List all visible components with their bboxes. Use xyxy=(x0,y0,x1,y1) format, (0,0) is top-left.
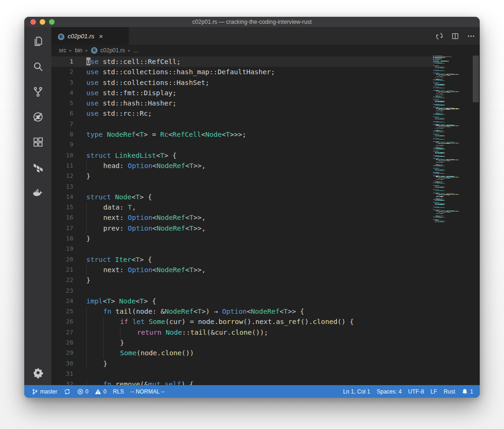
status-item-error[interactable]: 0 xyxy=(77,388,89,395)
breadcrumb-item[interactable]: Rc02p01.rs xyxy=(91,47,125,54)
code-line-text: fn remove(&mut self) { xyxy=(73,379,193,385)
code-line-text: struct LinkedList<T> { xyxy=(73,150,176,161)
line-number[interactable]: 15 xyxy=(51,202,73,212)
status-item[interactable]: Rust xyxy=(444,388,455,395)
line-number[interactable]: 31 xyxy=(51,369,73,379)
line-number[interactable]: 13 xyxy=(51,182,73,192)
line-number[interactable]: 10 xyxy=(51,150,73,161)
extensions-icon[interactable] xyxy=(31,135,44,148)
code-line-text: } xyxy=(73,359,107,369)
line-number[interactable]: 24 xyxy=(51,296,73,306)
status-item-label: RLS xyxy=(113,388,124,395)
warning-icon xyxy=(95,388,101,395)
scrollbar[interactable] xyxy=(472,56,480,385)
tab-c02p01[interactable]: R c02p01.rs × xyxy=(51,27,129,45)
open-changes-icon[interactable] xyxy=(435,32,443,40)
line-number[interactable]: 23 xyxy=(51,286,73,296)
status-item[interactable]: RLS xyxy=(113,388,124,395)
more-actions-icon[interactable] xyxy=(467,32,475,40)
code-line-text: } xyxy=(73,171,91,181)
status-item-sync[interactable] xyxy=(64,388,70,395)
rust-file-icon: R xyxy=(58,32,64,40)
code-line: 21next: Option<NodeRef<T>>, xyxy=(51,265,433,275)
status-item-label: 0 xyxy=(85,388,89,395)
status-item[interactable]: LF xyxy=(431,388,437,395)
code-line: 31 xyxy=(51,369,433,379)
status-item-warning[interactable]: 0 xyxy=(95,388,106,395)
status-item[interactable]: UTF-8 xyxy=(408,388,424,395)
code-line-text: struct Node<T> { xyxy=(73,192,152,202)
code-line: 29Some(node.clone()) xyxy=(51,348,433,358)
line-number[interactable]: 29 xyxy=(51,348,73,358)
split-editor-icon[interactable] xyxy=(451,32,459,40)
line-number[interactable]: 20 xyxy=(51,254,73,265)
minimize-window-button[interactable] xyxy=(40,19,45,25)
settings-gear-icon[interactable] xyxy=(31,366,44,379)
breadcrumb-item[interactable]: src xyxy=(59,47,66,54)
source-control-icon[interactable] xyxy=(31,85,44,98)
code-line-text: use std::rc::Rc; xyxy=(73,108,152,119)
code-line: 28} xyxy=(51,338,433,348)
status-item-label: Spaces: 4 xyxy=(377,388,401,395)
breadcrumb-item[interactable]: ... xyxy=(133,47,138,54)
line-number[interactable]: 28 xyxy=(51,338,73,348)
status-item[interactable]: Spaces: 4 xyxy=(377,388,401,395)
status-item[interactable]: -- NORMAL -- xyxy=(130,388,165,395)
breadcrumb-chevron-icon: ▸ xyxy=(86,48,88,53)
code-line-text xyxy=(73,286,86,296)
debug-icon[interactable] xyxy=(31,110,44,123)
line-number[interactable]: 8 xyxy=(51,129,73,140)
code-line-text: type NodeRef<T> = Rc<RefCell<Node<T>>>; xyxy=(73,129,246,140)
code-line-text: next: Option<NodeRef<T>>, xyxy=(73,265,206,275)
status-item-bell[interactable]: 1 xyxy=(462,388,473,395)
breadcrumb-chevron-icon: ▸ xyxy=(70,48,72,53)
line-number[interactable]: 14 xyxy=(51,192,73,202)
line-number[interactable]: 12 xyxy=(51,171,73,181)
line-number[interactable]: 7 xyxy=(51,119,73,129)
title-bar[interactable]: c02p01.rs — cracking-the-coding-intervie… xyxy=(24,17,480,27)
line-number[interactable]: 18 xyxy=(51,233,73,244)
line-number[interactable]: 17 xyxy=(51,223,73,233)
code-line: 13 xyxy=(51,182,433,192)
line-number[interactable]: 30 xyxy=(51,359,73,369)
line-number[interactable]: 4 xyxy=(51,88,73,98)
scrollbar-thumb[interactable] xyxy=(473,56,479,102)
line-number[interactable]: 25 xyxy=(51,306,73,316)
status-item-branch[interactable]: master xyxy=(32,388,57,395)
status-item[interactable]: Ln 1, Col 1 xyxy=(343,388,370,395)
line-number[interactable]: 6 xyxy=(51,108,73,119)
line-number[interactable]: 22 xyxy=(51,275,73,285)
breadcrumb-item[interactable]: bin xyxy=(75,47,83,54)
code-line: 11head: Option<NodeRef<T>>, xyxy=(51,161,433,171)
docker-icon[interactable] xyxy=(31,186,44,199)
line-number[interactable]: 2 xyxy=(51,67,73,77)
line-number[interactable]: 21 xyxy=(51,265,73,275)
line-number[interactable]: 11 xyxy=(51,161,73,171)
code-line: 16next: Option<NodeRef<T>>, xyxy=(51,212,433,223)
line-number[interactable]: 26 xyxy=(51,316,73,327)
text-cursor: u xyxy=(86,57,91,65)
line-number[interactable]: 1 xyxy=(51,56,73,67)
line-number[interactable]: 27 xyxy=(51,327,73,338)
code-line-text: use std::fmt::Display; xyxy=(73,88,176,98)
rust-icon: R xyxy=(91,47,98,54)
close-tab-icon[interactable]: × xyxy=(98,32,105,40)
code-line: 14struct Node<T> { xyxy=(51,192,433,202)
zoom-window-button[interactable] xyxy=(49,19,55,25)
minimap[interactable] xyxy=(433,56,472,385)
code-line: 3use std::collections::HashSet; xyxy=(51,77,433,88)
code-editor[interactable]: 1use std::cell::RefCell;2use std::collec… xyxy=(51,56,480,385)
line-number[interactable]: 3 xyxy=(51,77,73,88)
search-icon[interactable] xyxy=(31,60,44,73)
line-number[interactable]: 16 xyxy=(51,212,73,223)
files-icon[interactable] xyxy=(31,35,44,48)
line-number[interactable]: 9 xyxy=(51,140,73,150)
line-number[interactable]: 5 xyxy=(51,98,73,108)
terraform-icon[interactable] xyxy=(31,161,44,174)
close-window-button[interactable] xyxy=(30,19,36,25)
status-item-label: master xyxy=(40,388,57,395)
line-number[interactable]: 32 xyxy=(51,379,73,385)
line-number[interactable]: 19 xyxy=(51,244,73,254)
code-line: 12} xyxy=(51,171,433,181)
breadcrumb-chevron-icon: ▸ xyxy=(128,48,131,53)
